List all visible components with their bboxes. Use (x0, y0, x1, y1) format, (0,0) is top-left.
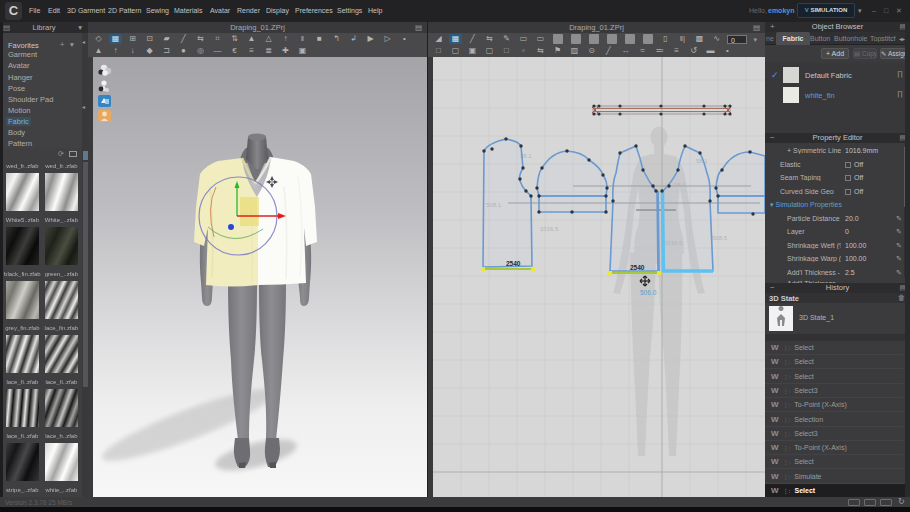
svg-text:2540: 2540 (630, 264, 645, 271)
svg-text:2540: 2540 (506, 260, 521, 267)
svg-text:508.5: 508.5 (712, 235, 728, 241)
svg-text:506.0: 506.0 (640, 289, 657, 296)
svg-text:1016.5: 1016.5 (540, 226, 559, 232)
